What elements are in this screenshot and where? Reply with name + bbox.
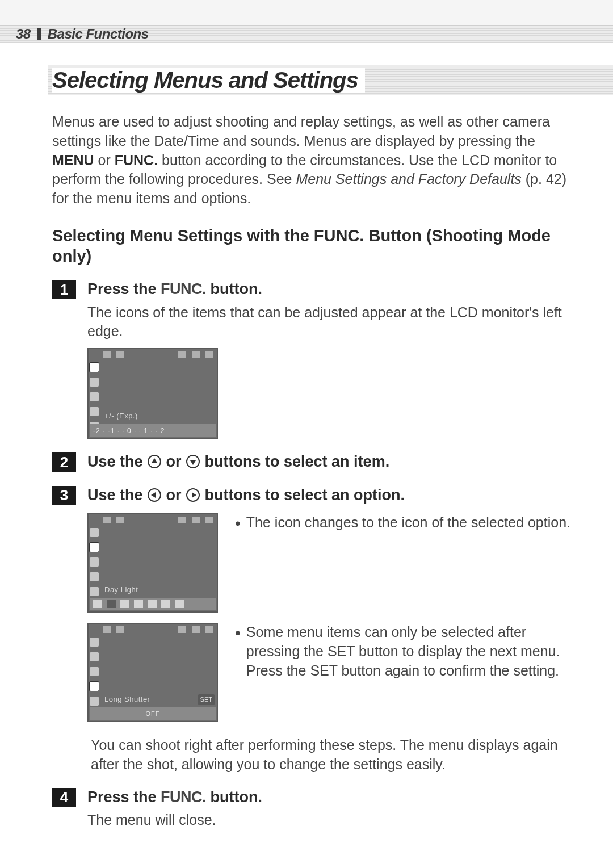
- lcd-left-icon: [90, 378, 99, 387]
- manual-page: 38 Basic Functions Selecting Menus and S…: [0, 25, 613, 868]
- lcd3-top-left-icons: [103, 626, 124, 633]
- lcd1-top-left-icons: [103, 351, 124, 358]
- step2-title-post: buttons to select an item.: [205, 453, 390, 470]
- lcd1-label: +/- (Exp.): [104, 411, 138, 421]
- step4-func-label: FUNC.: [161, 789, 206, 806]
- lcd-option-icon: [120, 600, 129, 608]
- step3-title-post: buttons to select an option.: [205, 487, 405, 504]
- lcd-option-icon: [148, 600, 157, 608]
- lcd-left-icon: [90, 652, 99, 661]
- lcd1-bottom-bar: -2 · -1 · · 0 · · 1 · · 2: [90, 424, 216, 437]
- step4-title-pre: Press the: [87, 789, 161, 806]
- section-title-band: Selecting Menus and Settings: [0, 65, 613, 95]
- step-3-body: Use the or buttons to select an option.: [87, 485, 573, 722]
- lcd1-left-icons: [90, 363, 99, 431]
- lcd-status-icon: [116, 351, 124, 358]
- sub-heading: Selecting Menu Settings with the FUNC. B…: [52, 225, 573, 267]
- bullet1-text: The icon changes to the icon of the sele…: [246, 513, 570, 532]
- step1-title-pre: Press the: [87, 280, 161, 297]
- lcd3-label: Long Shutter: [104, 694, 150, 705]
- lcd-status-icon: [205, 626, 213, 633]
- intro-func-bold: FUNC.: [115, 152, 158, 168]
- step1-func-label: FUNC.: [161, 280, 206, 297]
- step3-title-mid: or: [166, 487, 186, 504]
- lcd-left-icon: [90, 587, 99, 596]
- lcd-option-icon: [161, 600, 170, 608]
- lcd-left-icon: [90, 682, 99, 691]
- page-header-band: 38 Basic Functions: [0, 25, 613, 43]
- step3-bullet-1: • The icon changes to the icon of the se…: [235, 513, 573, 532]
- lcd1-top-right-icons: [178, 351, 213, 358]
- lcd-option-icon: [107, 600, 116, 608]
- lcd1-scale: -2 · -1 · · 0 · · 1 · · 2: [93, 426, 165, 434]
- lcd-left-icon: [90, 363, 99, 372]
- intro-italic: Menu Settings and Factory Defaults: [296, 171, 521, 187]
- lcd-left-icon: [90, 572, 99, 581]
- lcd3-left-icons: [90, 638, 99, 706]
- step-4-body: Press the FUNC. button. The menu will cl…: [87, 787, 573, 830]
- intro-menu-bold: MENU: [52, 152, 94, 168]
- intro-text-1: Menus are used to adjust shooting and re…: [52, 114, 550, 149]
- lcd-left-icon: [90, 392, 99, 401]
- step-4-title: Press the FUNC. button.: [87, 787, 573, 807]
- intro-text-mid1: or: [94, 152, 115, 168]
- page-number: 38: [16, 26, 31, 42]
- lcd-screenshot-1: +/- (Exp.) -2 · -1 · · 0 · · 1 · · 2: [87, 348, 218, 439]
- lcd-left-icon: [90, 557, 99, 567]
- step-1: 1 Press the FUNC. button. The icons of t…: [52, 279, 573, 439]
- lcd3-set-badge: SET: [198, 694, 215, 705]
- lcd-left-icon: [90, 543, 99, 552]
- lcd-status-icon: [116, 517, 124, 523]
- bullet-icon: •: [235, 625, 241, 680]
- step-1-title: Press the FUNC. button.: [87, 279, 573, 299]
- step3-row-b: Long Shutter SET OFF • Some menu items c…: [87, 623, 573, 722]
- step3-content-grid: Day Light • The icon ch: [87, 513, 573, 722]
- lcd2-left-icons: [90, 528, 99, 596]
- lcd-option-icon: [134, 600, 143, 608]
- up-arrow-icon: [147, 454, 162, 469]
- step3-bullet-2: • Some menu items can only be selected a…: [235, 623, 573, 680]
- lcd-option-icon: [93, 600, 102, 608]
- step1-title-post: button.: [206, 280, 262, 297]
- lcd-status-icon: [103, 517, 111, 523]
- lcd-status-icon: [103, 626, 111, 633]
- bullet2-post: button again to confirm the setting.: [338, 662, 560, 678]
- step-2-title: Use the or buttons to select an item.: [87, 451, 573, 472]
- lcd3-off-text: OFF: [146, 710, 160, 718]
- step2-title-pre: Use the: [87, 453, 147, 470]
- step-number-badge: 1: [52, 280, 76, 299]
- down-arrow-icon: [186, 454, 200, 469]
- intro-paragraph: Menus are used to adjust shooting and re…: [52, 112, 573, 208]
- lcd-screenshot-3: Long Shutter SET OFF: [87, 623, 218, 722]
- lcd-left-icon: [90, 638, 99, 647]
- header-divider: [37, 28, 41, 40]
- lcd2-top-left-icons: [103, 517, 124, 523]
- section-title: Selecting Menus and Settings: [52, 68, 365, 93]
- header-section-title: Basic Functions: [48, 26, 149, 42]
- step-3: 3 Use the or buttons to select an option…: [52, 485, 573, 722]
- lcd-left-icon: [90, 528, 99, 537]
- lcd-status-icon: [178, 517, 186, 523]
- step-1-body: Press the FUNC. button. The icons of the…: [87, 279, 573, 439]
- step3-row-a: Day Light • The icon ch: [87, 513, 573, 613]
- step3-title-pre: Use the: [87, 487, 147, 504]
- right-arrow-icon: [186, 488, 200, 502]
- lcd-status-icon: [205, 351, 213, 358]
- lcd-status-icon: [178, 626, 186, 633]
- after-step3-note: You can shoot right after performing the…: [91, 736, 573, 774]
- bullet2-text: Some menu items can only be selected aft…: [246, 623, 573, 680]
- step-2: 2 Use the or buttons to select an item.: [52, 451, 573, 472]
- page-header: 38 Basic Functions: [0, 26, 149, 42]
- step-number-badge: 2: [52, 452, 76, 472]
- left-arrow-icon: [147, 488, 162, 502]
- step2-title-mid: or: [166, 453, 186, 470]
- lcd-option-icon: [175, 600, 184, 608]
- lcd3-bottom-bar: OFF: [90, 707, 216, 720]
- lcd3-top-right-icons: [178, 626, 213, 633]
- step-2-body: Use the or buttons to select an item.: [87, 451, 573, 472]
- step4-title-post: button.: [206, 789, 262, 806]
- lcd-status-icon: [192, 626, 200, 633]
- lcd-status-icon: [116, 626, 124, 633]
- lcd-left-icon: [90, 697, 99, 706]
- lcd2-top-right-icons: [178, 517, 213, 523]
